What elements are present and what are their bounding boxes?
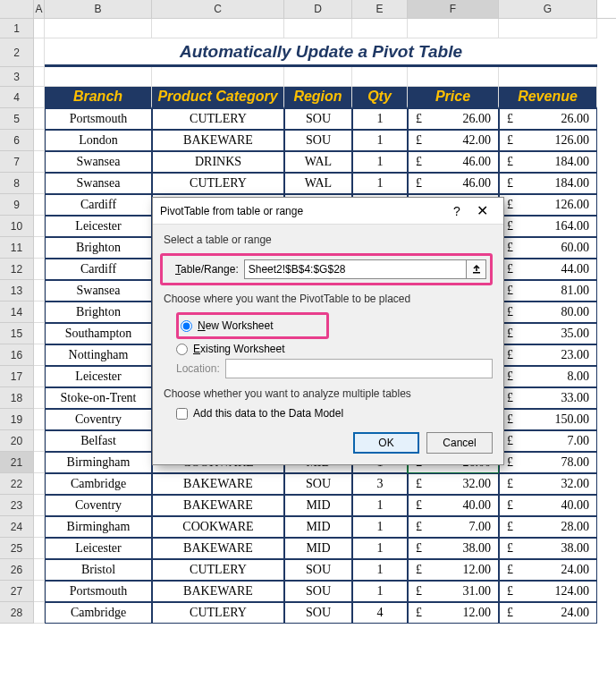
empty-cell[interactable] xyxy=(499,19,597,38)
table-header-cell[interactable]: Region xyxy=(284,87,352,108)
branch-cell[interactable]: Stoke-on-Trent xyxy=(45,387,152,409)
revenue-cell[interactable]: £126.00 xyxy=(499,130,597,151)
branch-cell[interactable]: Brighton xyxy=(45,237,152,259)
col-header-f[interactable]: F xyxy=(408,0,499,18)
empty-cell[interactable] xyxy=(34,387,45,409)
qty-cell[interactable]: 3 xyxy=(352,473,408,495)
revenue-cell[interactable]: £23.00 xyxy=(499,344,597,366)
price-cell[interactable]: £38.00 xyxy=(408,538,499,559)
col-header-b[interactable]: B xyxy=(45,0,152,18)
row-header[interactable]: 24 xyxy=(0,516,34,538)
region-cell[interactable]: SOU xyxy=(284,130,352,151)
branch-cell[interactable]: Leicester xyxy=(45,538,152,559)
table-header-cell[interactable]: Revenue xyxy=(499,87,597,108)
row-header[interactable]: 7 xyxy=(0,151,34,173)
row-header[interactable]: 20 xyxy=(0,430,34,452)
branch-cell[interactable]: Swansea xyxy=(45,173,152,194)
empty-cell[interactable] xyxy=(45,67,152,87)
row-header[interactable]: 5 xyxy=(0,108,34,130)
category-cell[interactable]: BAKEWARE xyxy=(152,473,284,495)
revenue-cell[interactable]: £60.00 xyxy=(499,237,597,259)
revenue-cell[interactable]: £26.00 xyxy=(499,108,597,130)
category-cell[interactable]: CUTLERY xyxy=(152,559,284,581)
revenue-cell[interactable]: £38.00 xyxy=(499,538,597,559)
table-header-cell[interactable]: Branch xyxy=(45,87,152,108)
qty-cell[interactable]: 1 xyxy=(352,173,408,194)
empty-cell[interactable] xyxy=(34,38,45,67)
empty-cell[interactable] xyxy=(499,67,597,87)
row-header[interactable]: 8 xyxy=(0,173,34,194)
row-header[interactable]: 6 xyxy=(0,130,34,151)
empty-cell[interactable] xyxy=(34,19,45,38)
branch-cell[interactable]: Belfast xyxy=(45,430,152,452)
branch-cell[interactable]: Cambridge xyxy=(45,473,152,495)
empty-cell[interactable] xyxy=(34,409,45,430)
add-to-data-model-checkbox[interactable] xyxy=(176,408,188,420)
branch-cell[interactable]: Cardiff xyxy=(45,194,152,216)
empty-cell[interactable] xyxy=(34,581,45,602)
category-cell[interactable]: BAKEWARE xyxy=(152,581,284,602)
revenue-cell[interactable]: £24.00 xyxy=(499,602,597,624)
row-header[interactable]: 2 xyxy=(0,38,34,67)
empty-cell[interactable] xyxy=(34,194,45,216)
revenue-cell[interactable]: £150.00 xyxy=(499,409,597,430)
empty-cell[interactable] xyxy=(34,216,45,237)
row-header[interactable]: 17 xyxy=(0,366,34,387)
empty-cell[interactable] xyxy=(34,344,45,366)
row-header[interactable]: 21 xyxy=(0,452,34,473)
region-cell[interactable]: SOU xyxy=(284,602,352,624)
branch-cell[interactable]: Leicester xyxy=(45,366,152,387)
cancel-button[interactable]: Cancel xyxy=(426,432,493,454)
empty-cell[interactable] xyxy=(284,19,352,38)
branch-cell[interactable]: Swansea xyxy=(45,151,152,173)
price-cell[interactable]: £26.00 xyxy=(408,108,499,130)
empty-cell[interactable] xyxy=(34,495,45,516)
revenue-cell[interactable]: £24.00 xyxy=(499,559,597,581)
branch-cell[interactable]: Coventry xyxy=(45,409,152,430)
category-cell[interactable]: BAKEWARE xyxy=(152,495,284,516)
branch-cell[interactable]: Southampton xyxy=(45,323,152,344)
revenue-cell[interactable]: £81.00 xyxy=(499,280,597,302)
empty-cell[interactable] xyxy=(34,366,45,387)
revenue-cell[interactable]: £8.00 xyxy=(499,366,597,387)
table-header-cell[interactable]: Price xyxy=(408,87,499,108)
col-header-d[interactable]: D xyxy=(284,0,352,18)
row-header[interactable]: 4 xyxy=(0,87,34,108)
region-cell[interactable]: MID xyxy=(284,516,352,538)
empty-cell[interactable] xyxy=(352,19,408,38)
qty-cell[interactable]: 4 xyxy=(352,602,408,624)
row-header[interactable]: 22 xyxy=(0,473,34,495)
empty-cell[interactable] xyxy=(34,237,45,259)
branch-cell[interactable]: Bristol xyxy=(45,559,152,581)
row-header[interactable]: 23 xyxy=(0,495,34,516)
empty-cell[interactable] xyxy=(34,130,45,151)
empty-cell[interactable] xyxy=(34,430,45,452)
region-cell[interactable]: WAL xyxy=(284,151,352,173)
empty-cell[interactable] xyxy=(34,602,45,624)
empty-cell[interactable] xyxy=(34,151,45,173)
row-header[interactable]: 10 xyxy=(0,216,34,237)
empty-cell[interactable] xyxy=(34,473,45,495)
row-header[interactable]: 1 xyxy=(0,19,34,38)
row-header[interactable]: 18 xyxy=(0,387,34,409)
col-header-a[interactable]: A xyxy=(34,0,45,18)
region-cell[interactable]: SOU xyxy=(284,581,352,602)
qty-cell[interactable]: 1 xyxy=(352,151,408,173)
category-cell[interactable]: BAKEWARE xyxy=(152,130,284,151)
empty-cell[interactable] xyxy=(45,19,152,38)
price-cell[interactable]: £12.00 xyxy=(408,559,499,581)
dialog-close-button[interactable]: ✕ xyxy=(468,202,496,219)
empty-cell[interactable] xyxy=(34,67,45,87)
price-cell[interactable]: £32.00 xyxy=(408,473,499,495)
qty-cell[interactable]: 1 xyxy=(352,559,408,581)
branch-cell[interactable]: Nottingham xyxy=(45,344,152,366)
region-cell[interactable]: WAL xyxy=(284,173,352,194)
revenue-cell[interactable]: £126.00 xyxy=(499,194,597,216)
branch-cell[interactable]: Coventry xyxy=(45,495,152,516)
empty-cell[interactable] xyxy=(284,67,352,87)
region-cell[interactable]: SOU xyxy=(284,473,352,495)
qty-cell[interactable]: 1 xyxy=(352,130,408,151)
branch-cell[interactable]: Birmingham xyxy=(45,516,152,538)
empty-cell[interactable] xyxy=(34,538,45,559)
category-cell[interactable]: CUTLERY xyxy=(152,108,284,130)
